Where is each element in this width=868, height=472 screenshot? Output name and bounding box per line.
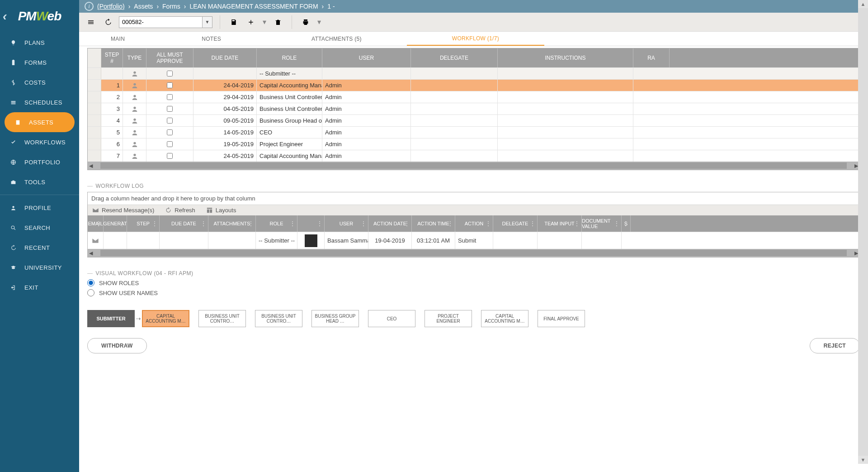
visual-workflow-title: VISUAL WORKFLOW (04 - RFI APM) (87, 270, 860, 277)
sidebar-item-label: PLANS (24, 39, 45, 46)
log-header[interactable]: EMAIL⋮ (88, 215, 104, 232)
refresh-button[interactable]: Refresh (165, 207, 195, 214)
table-row[interactable]: 724-05-2019Capital Accounting ManageAdmi… (88, 150, 859, 162)
log-header[interactable]: GENERAT⋮ (104, 215, 127, 232)
person-icon (131, 70, 138, 77)
log-header[interactable]: STEP⋮ (127, 215, 160, 232)
show-roles-radio[interactable]: SHOW ROLES (87, 279, 860, 286)
grid-header[interactable]: ALL MUST APPROVE (146, 48, 193, 67)
breadcrumb-forms[interactable]: Forms (162, 3, 180, 10)
workflow-node[interactable]: BUSINESS GROUP HEAD … (311, 310, 359, 327)
workflow-node[interactable]: SUBMITTER (87, 310, 135, 327)
sidebar-item-exit[interactable]: EXIT (0, 277, 79, 297)
log-header[interactable]: DOCUMENT VALUE⋮ (582, 215, 622, 232)
all-approve-checkbox[interactable] (167, 118, 173, 124)
reject-button[interactable]: REJECT (810, 338, 860, 353)
breadcrumb-portfolio[interactable]: (Portfolio) (97, 3, 125, 10)
history-icon[interactable] (102, 16, 114, 29)
grid-header[interactable]: DELEGATE (411, 48, 498, 67)
all-approve-checkbox[interactable] (167, 82, 173, 88)
sidebar-item-tools[interactable]: TOOLS (0, 172, 79, 192)
add-dropdown-icon[interactable]: ▾ (262, 16, 267, 29)
nav-divider (0, 195, 79, 195)
sidebar-item-costs[interactable]: COSTS (0, 72, 79, 92)
show-users-radio[interactable]: SHOW USER NAMES (87, 289, 860, 296)
grid-header[interactable]: USER (322, 48, 411, 67)
workflow-node[interactable]: BUSINESS UNIT CONTRO… (255, 310, 302, 327)
info-icon[interactable]: i (85, 2, 94, 11)
sidebar-item-plans[interactable]: PLANS (0, 33, 79, 52)
tab-attachments[interactable]: ATTACHMENTS (5) (266, 32, 407, 46)
table-row[interactable]: 304-05-2019Business Unit ControllerAdmin (88, 103, 859, 114)
table-row[interactable]: 124-04-2019Capital Accounting ManageAdmi… (88, 79, 859, 91)
log-header[interactable]: USER⋮ (325, 215, 368, 232)
grid-handle-col (88, 48, 101, 67)
grid-header[interactable]: DUE DATE (193, 48, 257, 67)
table-row[interactable]: 229-04-2019Business Unit ControllerAdmin (88, 91, 859, 103)
print-dropdown-icon[interactable]: ▾ (316, 16, 322, 29)
svg-point-2 (11, 226, 14, 229)
tab-main[interactable]: MAIN (79, 32, 156, 46)
grid-hscroll[interactable]: ◀▶ (88, 162, 859, 170)
sidebar-item-search[interactable]: SEARCH (0, 218, 79, 238)
log-header[interactable]: S⋮ (622, 215, 631, 232)
grid-header[interactable]: INSTRUCTIONS (498, 48, 633, 67)
workflow-node[interactable]: CEO (368, 310, 415, 327)
all-approve-checkbox[interactable] (167, 129, 173, 135)
save-icon[interactable] (227, 16, 240, 29)
all-approve-checkbox[interactable] (167, 141, 173, 147)
log-header[interactable]: ROLE⋮ (256, 215, 297, 232)
all-approve-checkbox[interactable] (167, 71, 173, 76)
sidebar-item-forms[interactable]: FORMS (0, 52, 79, 72)
window-vscroll[interactable]: ▲▼ (858, 0, 868, 464)
log-header[interactable]: ACTION⋮ (455, 215, 493, 232)
workflow-node[interactable]: FINAL APPROVE (538, 310, 585, 327)
resend-button[interactable]: Resend Message(s) (92, 207, 154, 214)
record-select-dropdown[interactable]: ▼ (203, 16, 212, 28)
log-header[interactable]: ACTION DATE⋮ (368, 215, 412, 232)
log-group-hint[interactable]: Drag a column header and drop it here to… (88, 192, 859, 205)
print-icon[interactable] (299, 16, 312, 29)
table-row[interactable]: 409-05-2019Business Group Head of FiAdmi… (88, 114, 859, 126)
sidebar-item-assets[interactable]: ASSETS (5, 112, 75, 132)
sidebar-item-profile[interactable]: PROFILE (0, 198, 79, 218)
grid-header[interactable]: STEP # (101, 48, 123, 67)
table-row[interactable]: 514-05-2019CEOAdmin (88, 126, 859, 138)
sidebar-item-portfolio[interactable]: PORTFOLIO (0, 152, 79, 172)
add-icon[interactable] (245, 16, 257, 29)
log-header[interactable]: ACTION TIME⋮ (412, 215, 455, 232)
record-select-input[interactable] (119, 16, 203, 28)
table-row[interactable]: -- Submitter -- (88, 67, 859, 79)
grid-header[interactable]: ROLE (257, 48, 322, 67)
log-header[interactable]: DUE DATE⋮ (160, 215, 208, 232)
breadcrumb-assets[interactable]: Assets (134, 3, 153, 10)
log-header[interactable]: DELEGATE⋮ (493, 215, 538, 232)
tab-notes[interactable]: NOTES (156, 32, 266, 46)
sidebar-item-recent[interactable]: RECENT (0, 238, 79, 257)
list-icon[interactable] (85, 16, 97, 29)
workflow-node[interactable]: CAPITAL ACCOUNTING M… (481, 310, 528, 327)
workflow-node[interactable]: BUSINESS UNIT CONTRO… (198, 310, 246, 327)
delete-icon[interactable] (272, 16, 284, 29)
log-header[interactable]: TEAM INPUT⋮ (538, 215, 582, 232)
log-hscroll[interactable]: ◀▶ (88, 249, 859, 257)
table-row[interactable]: 619-05-2019Project EngineerAdmin (88, 138, 859, 150)
workflow-node[interactable]: CAPITAL ACCOUNTING M… (142, 310, 189, 327)
layouts-button[interactable]: Layouts (206, 207, 236, 214)
log-header[interactable]: ⋮ (297, 215, 325, 232)
grid-header[interactable]: TYPE (123, 48, 146, 67)
bc-sep: › (322, 3, 324, 10)
sidebar-item-workflows[interactable]: WORKFLOWS (0, 132, 79, 152)
grid-header[interactable]: RA (633, 48, 670, 67)
sidebar-item-schedules[interactable]: SCHEDULES (0, 92, 79, 112)
log-header[interactable]: ATTACHMENTS⋮ (208, 215, 256, 232)
sidebar-item-university[interactable]: UNIVERSITY (0, 257, 79, 277)
all-approve-checkbox[interactable] (167, 153, 173, 159)
workflow-node[interactable]: PROJECT ENGINEER (425, 310, 472, 327)
breadcrumb-form[interactable]: LEAN MANAGEMENT ASSESSMENT FORM (189, 3, 318, 10)
all-approve-checkbox[interactable] (167, 106, 173, 112)
tab-workflow[interactable]: WORKFLOW (1/7) (407, 32, 544, 46)
withdraw-button[interactable]: WITHDRAW (87, 338, 147, 353)
case-icon (9, 178, 17, 186)
all-approve-checkbox[interactable] (167, 94, 173, 100)
